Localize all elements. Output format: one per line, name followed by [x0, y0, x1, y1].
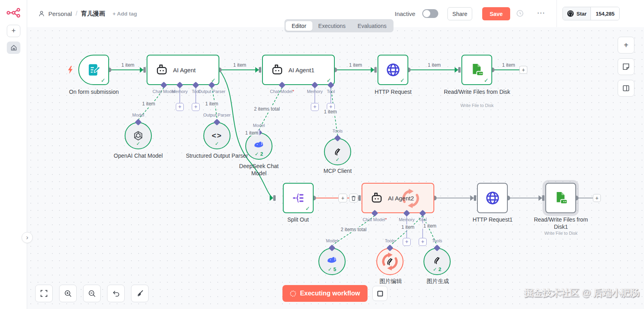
- workflow-canvas[interactable]: ✓ On form submission AI Agent ✓ AI Agent…: [27, 27, 644, 309]
- tab-editor[interactable]: Editor: [286, 21, 312, 31]
- history-icon[interactable]: [516, 10, 524, 17]
- port-label: Chat Model*: [270, 89, 294, 94]
- spinner-icon: [290, 291, 296, 297]
- port-label: Chat Model*: [363, 217, 387, 222]
- add-memory-button[interactable]: +: [176, 103, 184, 111]
- node-imgedit-tool[interactable]: [376, 248, 403, 275]
- node-deepseek-chat-model[interactable]: ✓ 2: [245, 133, 272, 160]
- deepseek-whale-icon: [254, 141, 264, 149]
- globe-icon: [485, 190, 500, 206]
- sticky-note-button[interactable]: [618, 58, 634, 75]
- star-label: Star: [576, 11, 586, 17]
- add-node-button[interactable]: +: [519, 66, 527, 74]
- edge-label: 1 item: [232, 62, 248, 68]
- node-ai-agent[interactable]: AI Agent ✓: [147, 55, 219, 85]
- executing-workflow-button[interactable]: Executing workflow: [282, 285, 368, 302]
- plus-icon: +: [405, 238, 408, 245]
- add-tool-button[interactable]: +: [192, 103, 200, 111]
- mcp-icon: [333, 147, 342, 156]
- node-label: HTTP Request1: [473, 216, 513, 224]
- watermark: 掘金技术社区 @ 后端小肥肠: [524, 287, 639, 299]
- add-memory-button[interactable]: +: [403, 238, 411, 246]
- node-mcp-client[interactable]: ✓: [324, 138, 351, 165]
- check-icon: ✓: [328, 267, 332, 272]
- port-label: Memory: [399, 217, 415, 222]
- node-subtitle: Write File to Disk: [461, 103, 494, 108]
- add-memory-button[interactable]: +: [311, 103, 319, 111]
- edge-label: 1 item: [120, 62, 136, 68]
- tab-evaluations[interactable]: Evaluations: [352, 21, 392, 31]
- node-deepseek-chat-model2[interactable]: ✓ 5: [318, 248, 346, 275]
- person-icon: [38, 10, 45, 17]
- add-node-button[interactable]: +: [593, 194, 601, 202]
- node-label: MCP Client: [324, 168, 352, 175]
- node-label: Split Out: [287, 216, 309, 224]
- check-icon: ✓: [325, 156, 350, 162]
- node-split-out[interactable]: ✓: [283, 183, 314, 213]
- check-icon: ✓: [400, 77, 405, 83]
- zoom-in-button[interactable]: [59, 285, 77, 302]
- port-label: Output Parser: [198, 89, 225, 94]
- node-http-request[interactable]: ✓: [378, 55, 408, 85]
- trigger-bolt-icon: [67, 66, 74, 74]
- node-read-write-files1[interactable]: [545, 183, 576, 213]
- add-tag-button[interactable]: + Add tag: [113, 11, 137, 17]
- stop-execution-button[interactable]: [372, 286, 388, 301]
- node-title: AI Agent2: [388, 195, 414, 202]
- add-node-on-edge-button[interactable]: +: [338, 194, 347, 202]
- port-label: Tool: [327, 89, 335, 94]
- breadcrumb-workflow-name[interactable]: 育儿漫画: [81, 10, 105, 18]
- add-node-panel-button[interactable]: +: [618, 37, 634, 53]
- add-tool-button[interactable]: +: [419, 238, 427, 246]
- panel-icon: [622, 85, 630, 92]
- breadcrumb: Personal / 育儿漫画 + Add tag: [38, 0, 137, 27]
- execution-count: ✓ 5: [319, 266, 345, 272]
- execution-count: ✓ 2: [424, 266, 450, 272]
- node-openai-chat-model[interactable]: ✓: [125, 122, 152, 149]
- save-button[interactable]: Save: [482, 7, 510, 20]
- toggle-knob: [423, 10, 430, 17]
- toggle-panel-button[interactable]: [618, 80, 634, 97]
- port-label: Memory: [307, 89, 323, 94]
- tab-executions[interactable]: Executions: [312, 21, 352, 31]
- more-menu-button[interactable]: ⋯: [537, 8, 545, 18]
- expand-sidebar-button[interactable]: ›: [22, 232, 33, 243]
- breadcrumb-project[interactable]: Personal: [48, 10, 72, 17]
- code-icon: <>: [212, 131, 222, 140]
- delete-edge-button[interactable]: [349, 194, 358, 202]
- globe-icon: [386, 62, 401, 77]
- node-title: AI Agent: [173, 67, 196, 73]
- share-button[interactable]: Share: [447, 7, 472, 20]
- trash-icon: [351, 196, 356, 201]
- n8n-logo[interactable]: [6, 7, 21, 18]
- undo-icon: [112, 290, 120, 297]
- deepseek-whale-icon: [327, 256, 337, 265]
- fit-view-button[interactable]: [35, 285, 53, 302]
- sidebar-home-button[interactable]: [7, 42, 20, 54]
- node-imggen-tool[interactable]: ✓ 2: [423, 248, 451, 275]
- node-label: Read/Write Files from Disk1: [529, 216, 593, 230]
- edge-label: 1 item: [427, 62, 442, 68]
- robot-icon: [271, 63, 284, 76]
- node-label: DeepSeek Chat Model: [231, 163, 287, 177]
- port-label: Model: [326, 238, 338, 243]
- tidy-up-button[interactable]: [131, 285, 149, 302]
- github-star-badge[interactable]: Star 154,285: [563, 7, 620, 20]
- port-label: Tools: [432, 238, 442, 243]
- plus-icon: +: [421, 238, 424, 245]
- undo-button[interactable]: [107, 285, 125, 302]
- active-toggle[interactable]: [422, 9, 438, 18]
- node-http-request1[interactable]: [477, 183, 508, 213]
- edge-label: 1 item: [204, 101, 220, 107]
- zoom-out-button[interactable]: [83, 285, 101, 302]
- node-label: 图片生成: [427, 278, 449, 285]
- node-read-write-files[interactable]: ✓: [461, 55, 492, 85]
- openai-icon: [133, 130, 144, 141]
- plus-icon: +: [341, 195, 344, 201]
- node-on-form-submission[interactable]: ✓: [78, 55, 109, 85]
- plus-icon: +: [522, 67, 525, 73]
- sidebar-add-workflow-button[interactable]: +: [7, 25, 20, 37]
- node-ai-agent1[interactable]: AI Agent1 ✓: [262, 55, 335, 85]
- node-ai-agent2[interactable]: AI Agent2: [362, 183, 434, 213]
- node-structured-output-parser[interactable]: <> ✓: [203, 122, 231, 149]
